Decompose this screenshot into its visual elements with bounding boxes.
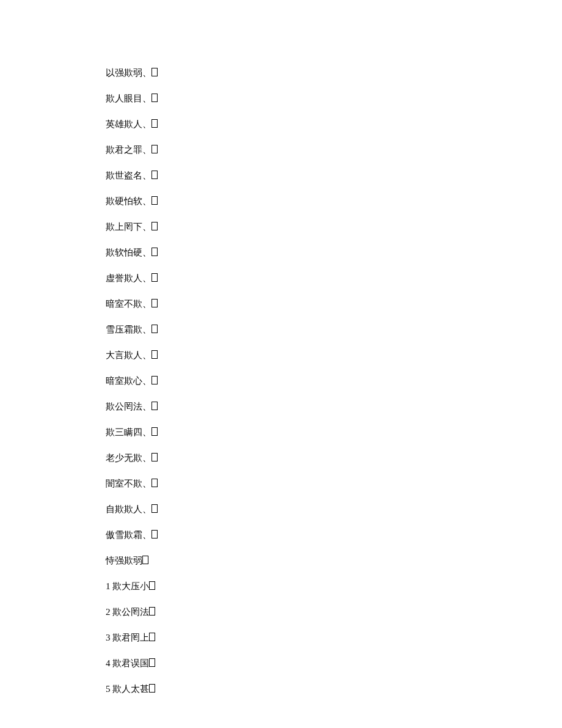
tofu-glyph <box>151 196 158 205</box>
tofu-glyph <box>142 556 148 564</box>
idiom-line: 以强欺弱、 <box>106 67 562 78</box>
numbered-idiom-line: 3 欺君罔上 <box>106 632 562 642</box>
idiom-line: 欺上罔下、 <box>106 221 562 232</box>
tofu-glyph <box>151 248 158 256</box>
tofu-glyph <box>149 633 155 641</box>
tofu-glyph <box>151 350 158 359</box>
idiom-text: 闇室不欺、 <box>106 479 151 488</box>
idiom-text: 自欺欺人、 <box>106 504 151 514</box>
idiom-line: 老少无欺、 <box>106 452 562 463</box>
idiom-list: 以强欺弱、欺人眼目、英雄欺人、欺君之罪、欺世盗名、欺硬怕软、欺上罔下、欺软怕硬、… <box>106 67 562 565</box>
idiom-line: 英雄欺人、 <box>106 119 562 129</box>
idiom-text: 欺君罔上 <box>112 633 149 642</box>
idiom-line: 暗室欺心、 <box>106 375 562 386</box>
tofu-glyph <box>151 453 158 461</box>
tofu-glyph <box>151 402 158 410</box>
idiom-line: 欺软怕硬、 <box>106 247 562 257</box>
idiom-line: 欺君之罪、 <box>106 144 562 155</box>
idiom-text: 欺大压小 <box>112 581 149 591</box>
tofu-glyph <box>151 479 158 487</box>
idiom-line: 傲雪欺霜、 <box>106 529 562 540</box>
idiom-text: 恃强欺弱 <box>106 556 142 565</box>
idiom-line: 虚誉欺人、 <box>106 273 562 283</box>
numbered-idiom-list: 1 欺大压小2 欺公罔法3 欺君罔上4 欺君误国5 欺人太甚 <box>106 581 562 694</box>
idiom-line: 大言欺人、 <box>106 350 562 360</box>
tofu-glyph <box>149 581 155 590</box>
idiom-text: 大言欺人、 <box>106 350 151 360</box>
numbered-idiom-line: 5 欺人太甚 <box>106 683 562 694</box>
tofu-glyph <box>151 530 158 539</box>
tofu-glyph <box>151 273 158 282</box>
idiom-text: 欺硬怕软、 <box>106 196 151 206</box>
line-number: 4 <box>106 658 111 668</box>
idiom-text: 以强欺弱、 <box>106 68 151 78</box>
idiom-line: 欺人眼目、 <box>106 93 562 103</box>
idiom-line: 欺公罔法、 <box>106 401 562 411</box>
line-number: 5 <box>106 684 111 694</box>
idiom-line: 暗室不欺、 <box>106 298 562 309</box>
idiom-text: 傲雪欺霜、 <box>106 530 151 540</box>
tofu-glyph <box>151 171 158 179</box>
idiom-line: 自欺欺人、 <box>106 504 562 514</box>
idiom-text: 老少无欺、 <box>106 453 151 463</box>
tofu-glyph <box>151 94 158 102</box>
idiom-text: 欺上罔下、 <box>106 222 151 232</box>
idiom-line: 欺三瞒四、 <box>106 427 562 437</box>
idiom-line: 雪压霜欺、 <box>106 324 562 334</box>
numbered-idiom-line: 2 欺公罔法 <box>106 606 562 617</box>
tofu-glyph <box>151 119 158 128</box>
tofu-glyph <box>151 222 158 230</box>
idiom-text: 欺软怕硬、 <box>106 248 151 257</box>
idiom-line: 欺硬怕软、 <box>106 196 562 206</box>
idiom-text: 欺人眼目、 <box>106 94 151 103</box>
tofu-glyph <box>149 607 155 616</box>
idiom-text: 欺公罔法、 <box>106 402 151 411</box>
idiom-text: 欺公罔法 <box>112 607 149 617</box>
idiom-text: 英雄欺人、 <box>106 119 151 129</box>
line-number: 1 <box>106 581 111 591</box>
line-number: 2 <box>106 607 111 617</box>
idiom-line: 欺世盗名、 <box>106 170 562 180</box>
numbered-idiom-line: 4 欺君误国 <box>106 658 562 668</box>
idiom-line: 闇室不欺、 <box>106 478 562 488</box>
idiom-text: 暗室欺心、 <box>106 376 151 386</box>
idiom-text: 欺世盗名、 <box>106 171 151 180</box>
tofu-glyph <box>149 684 155 693</box>
tofu-glyph <box>151 68 158 76</box>
tofu-glyph <box>151 299 158 307</box>
tofu-glyph <box>151 427 158 436</box>
tofu-glyph <box>151 145 158 153</box>
numbered-idiom-line: 1 欺大压小 <box>106 581 562 591</box>
idiom-text: 欺三瞒四、 <box>106 427 151 437</box>
tofu-glyph <box>151 325 158 333</box>
idiom-text: 欺君误国 <box>112 658 149 668</box>
line-number: 3 <box>106 633 111 642</box>
idiom-text: 虚誉欺人、 <box>106 273 151 283</box>
idiom-text: 欺君之罪、 <box>106 145 151 155</box>
idiom-text: 欺人太甚 <box>112 684 149 694</box>
tofu-glyph <box>151 504 158 513</box>
idiom-text: 暗室不欺、 <box>106 299 151 309</box>
idiom-line: 恃强欺弱 <box>106 555 562 565</box>
document-page: 以强欺弱、欺人眼目、英雄欺人、欺君之罪、欺世盗名、欺硬怕软、欺上罔下、欺软怕硬、… <box>0 0 562 694</box>
tofu-glyph <box>151 376 158 384</box>
tofu-glyph <box>149 658 155 667</box>
idiom-text: 雪压霜欺、 <box>106 325 151 334</box>
